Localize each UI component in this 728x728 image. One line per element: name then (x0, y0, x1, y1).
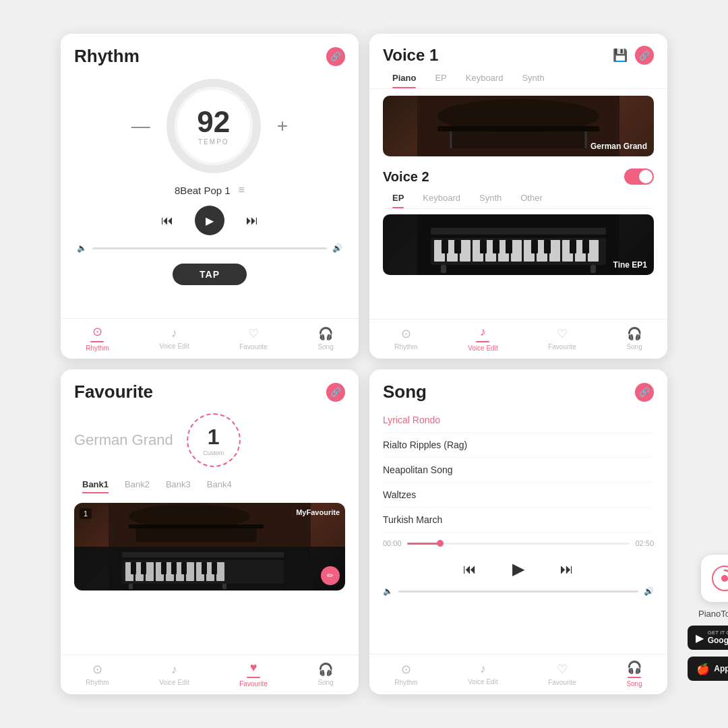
tempo-area: — 92 TEMPO + (61, 72, 359, 180)
bank3-tab[interactable]: Bank3 (158, 477, 199, 493)
song-item-neapolitan[interactable]: Neapolitan Song (383, 458, 654, 483)
bank1-tab[interactable]: Bank1 (74, 477, 117, 493)
save-icon[interactable]: 💾 (611, 46, 630, 65)
svg-rect-28 (544, 240, 551, 253)
time-start: 00:00 (383, 539, 402, 547)
tempo-minus-button[interactable]: — (131, 117, 150, 135)
progress-track[interactable] (407, 543, 630, 545)
nav-song-rhythm[interactable]: ⊙ Rhythm (394, 662, 417, 686)
voice2-title: Voice 2 (383, 169, 429, 185)
tab2-synth[interactable]: Synth (470, 189, 511, 208)
song-volume-bar[interactable] (398, 590, 638, 593)
svg-rect-11 (460, 240, 471, 262)
voice1-tabs: Piano EP Keyboard Synth (369, 69, 667, 89)
tab2-other[interactable]: Other (511, 189, 552, 208)
fav-image-top: 1 MyFavourite (74, 503, 345, 547)
song-voice-icon: ♪ (480, 662, 486, 676)
nav-song[interactable]: 🎧 Song (317, 326, 333, 351)
svg-rect-26 (506, 240, 512, 253)
nav-fav-voice[interactable]: ♪ Voice Edit (159, 663, 189, 686)
voice1-image-label: German Grand (590, 142, 647, 151)
play-button[interactable]: ▶ (195, 206, 224, 235)
nav-song-voice[interactable]: ♪ Voice Edit (468, 662, 497, 686)
rhythm-card: Rhythm 🔗 — 92 TEMPO + 8Beat Pop 1 ≡ ⏮ ▶ … (61, 34, 359, 359)
svg-rect-7 (431, 228, 606, 235)
nav-voice-song[interactable]: 🎧 Song (626, 326, 642, 351)
song-card: Song 🔗 Lyrical Rondo Rialto Ripples (Rag… (369, 369, 667, 694)
fav-image-grid: 1 MyFavourite (74, 503, 345, 590)
svg-rect-23 (454, 240, 461, 253)
song-rhythm-label: Rhythm (394, 679, 417, 686)
tap-button[interactable]: TAP (173, 264, 247, 285)
tab2-ep[interactable]: EP (383, 189, 413, 208)
fav-link-icon[interactable]: 🔗 (326, 383, 345, 402)
google-play-sub: GET IT ON (708, 630, 728, 636)
app-store-badge[interactable]: 🍎 App Store (688, 657, 728, 681)
bank2-tab[interactable]: Bank2 (117, 477, 158, 493)
svg-rect-49 (216, 562, 224, 581)
song-song-icon: 🎧 (627, 660, 642, 675)
tab2-keyboard[interactable]: Keyboard (413, 189, 470, 208)
voice2-image-label: Tine EP1 (613, 260, 647, 270)
nav-rhythm[interactable]: ⊙ Rhythm (86, 324, 109, 352)
tab-keyboard[interactable]: Keyboard (456, 69, 513, 88)
song-item-turkish[interactable]: Turkish March (383, 508, 654, 533)
fav-active-line (247, 677, 260, 678)
nav-voice-edit[interactable]: ♪ Voice Edit (159, 326, 189, 350)
song-prev-button[interactable]: ⏮ (456, 555, 483, 582)
song-list: Lyrical Rondo Rialto Ripples (Rag) Neapo… (369, 408, 667, 533)
song-link-icon[interactable]: 🔗 (635, 383, 654, 402)
song-item-rialto[interactable]: Rialto Ripples (Rag) (383, 433, 654, 458)
nav-song-fav[interactable]: ♡ Favourite (548, 662, 576, 686)
song-header: Song 🔗 (369, 369, 667, 408)
bank4-tab[interactable]: Bank4 (199, 477, 240, 493)
tab-synth[interactable]: Synth (512, 69, 553, 88)
nav-fav-rhythm[interactable]: ⊙ Rhythm (86, 662, 109, 686)
song-item-waltzes[interactable]: Waltzes (383, 483, 654, 508)
time-end: 02:50 (635, 539, 654, 547)
voice2-header: Voice 2 (383, 163, 654, 189)
volume-bar[interactable] (92, 247, 327, 249)
svg-rect-15 (511, 240, 522, 262)
voice1-header: Voice 1 💾 🔗 (369, 34, 667, 69)
voice-edit-active-line (476, 341, 489, 342)
link-icon[interactable]: 🔗 (326, 47, 345, 66)
google-play-icon: ▶ (696, 632, 704, 644)
edit-icon[interactable]: ✏ (321, 566, 340, 585)
svg-rect-51 (141, 562, 146, 574)
next-button[interactable]: ⏭ (246, 214, 258, 228)
volume-low-icon: 🔈 (77, 243, 87, 253)
nav-favourite[interactable]: ♡ Favourite (239, 326, 268, 351)
nav-voice-rhythm[interactable]: ⊙ Rhythm (394, 326, 417, 351)
voice-song-icon: 🎧 (627, 326, 642, 341)
header-icons: 💾 🔗 (611, 46, 654, 65)
prev-button[interactable]: ⏮ (161, 214, 173, 228)
favourite-nav-label: Favourite (239, 343, 268, 351)
tempo-plus-button[interactable]: + (277, 117, 288, 135)
svg-rect-36 (135, 528, 257, 542)
tab-ep[interactable]: EP (425, 69, 456, 88)
nav-fav-song[interactable]: 🎧 Song (317, 662, 333, 686)
voice2-toggle[interactable] (624, 169, 654, 185)
bottom-nav-fav: ⊙ Rhythm ♪ Voice Edit ♥ Favourite 🎧 Song (61, 655, 359, 694)
fav-fav-icon: ♥ (250, 661, 257, 675)
nav-song-song[interactable]: 🎧 Song (626, 660, 642, 688)
fav-song-icon: 🎧 (318, 662, 333, 677)
song-song-label: Song (626, 680, 642, 688)
rhythm-nav-icon: ⊙ (92, 324, 102, 339)
google-play-badge[interactable]: ▶ GET IT ON Google play (688, 626, 728, 650)
beat-name: 8Beat Pop 1 (175, 185, 231, 196)
song-player: 00:00 02:50 ⏮ ▶ ⏭ 🔈 🔊 (369, 533, 667, 600)
app-name: PianoToolbox (698, 609, 728, 619)
nav-voice-edit2[interactable]: ♪ Voice Edit (468, 325, 497, 352)
voice1-link-icon[interactable]: 🔗 (635, 46, 654, 65)
song-volume-row: 🔈 🔊 (383, 585, 654, 600)
nav-fav-fav[interactable]: ♥ Favourite (239, 661, 268, 688)
fav-content: German Grand 1 Custom (61, 408, 359, 473)
song-play-button[interactable]: ▶ (505, 555, 532, 582)
tab-piano[interactable]: Piano (383, 69, 425, 88)
nav-voice-fav[interactable]: ♡ Favourite (548, 326, 576, 351)
song-item-lyrical[interactable]: Lyrical Rondo (383, 408, 654, 433)
menu-icon[interactable]: ≡ (239, 184, 245, 196)
song-next-button[interactable]: ⏭ (553, 555, 580, 582)
